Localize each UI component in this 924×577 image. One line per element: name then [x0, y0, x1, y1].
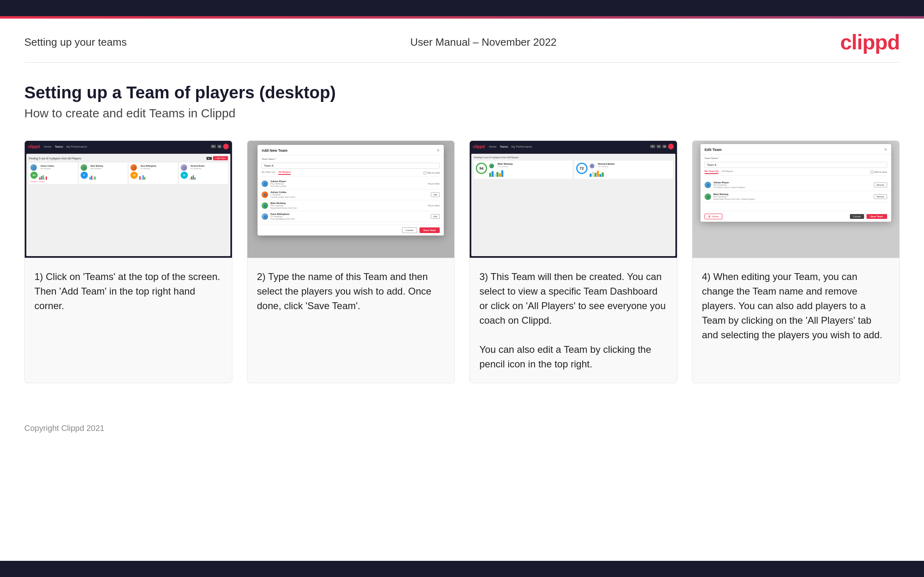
ss1-nav-teams: Teams: [55, 145, 63, 148]
edit-player-row-1: 👤 Adrian Player Plus Handicap The Shire …: [700, 179, 891, 191]
ss1-bar: [39, 177, 40, 180]
team-name-label: Team Name *: [262, 158, 440, 160]
modal-save-button[interactable]: Save Team: [419, 227, 440, 233]
header-center-text: User Manual – November 2022: [410, 36, 556, 49]
card-1-screenshot: clippd Home Teams My Performance 🔍 ⚙: [25, 141, 232, 258]
ss3-player-card-2: 72 👤 Richard Butler Plus Handicap: [574, 161, 673, 179]
page-subtitle: How to create and edit Teams in Clippd: [24, 106, 900, 120]
ss1-nav-performance: My Performance: [66, 145, 87, 148]
ss3-header: Finding 5 out of 4 players from All Play…: [474, 156, 673, 159]
ss1-header-row: Finding 5 out of 4 players from All Play…: [29, 156, 228, 160]
ss3-avatar-2: 👤: [590, 163, 594, 168]
modal-avatar-ap: 👤: [262, 180, 268, 187]
modal-add-player-2-btn[interactable]: Add: [431, 192, 440, 197]
tab-all-players[interactable]: All Players: [278, 171, 291, 175]
edit-modal-spacer: [700, 203, 891, 211]
modal-add-player-4-btn[interactable]: Add: [431, 214, 440, 219]
modal-player-4-detail2: The Dog Maging Golf Club: [270, 218, 430, 220]
ss1-player-4-info: Richard Butler Plus Handicap: [191, 165, 204, 171]
card-1-text: 1) Click on 'Teams' at the top of the sc…: [25, 258, 232, 383]
modal-player-1-info: Adrian Player Plus Handicap The Shire Lo…: [270, 180, 428, 187]
ss3-players-grid: 94 👤 Blair McHarg Plus Handicap: [474, 161, 673, 179]
ss1-player-card-3: DB Dave Billingham 5.5 Handicap 78: [129, 163, 178, 184]
ss1-bar: [41, 176, 42, 180]
bottom-bar: [0, 561, 924, 577]
ss1-avatar-1: AP: [30, 164, 37, 171]
ss3-avatar-1: 👤: [489, 163, 494, 168]
ss1-player-4-name: Richard Butler: [191, 165, 204, 167]
ss3-bar: [594, 173, 596, 177]
ss1-search: 🔍: [211, 145, 216, 148]
edit-player-row-2: 👤 Blair McHarg Plus Handicap Royal North…: [700, 191, 891, 203]
filter-label: Filter by name: [427, 172, 440, 174]
edit-cancel-button[interactable]: Cancel: [850, 214, 864, 219]
edit-modal-footer: 🗑 Delete Cancel Save Team: [700, 211, 891, 222]
edit-modal-tabs: My Team (2) All Players Filter by name: [705, 170, 887, 176]
edit-team-modal: Edit Team ✕ Team Name * My Team (2) All …: [700, 144, 891, 222]
ss1-score-4: 72: [181, 172, 188, 179]
ss3-chart-1: [489, 170, 571, 177]
ss3-bar: [494, 174, 496, 177]
ss1-nav-home: Home: [44, 145, 51, 148]
edit-filter-checkbox[interactable]: [871, 171, 873, 174]
edit-modal-title: Edit Team: [705, 148, 722, 152]
edit-tab-all-players[interactable]: All Players: [722, 170, 733, 174]
filter-checkbox[interactable]: [424, 172, 426, 174]
ss3-score-section-1: 94: [476, 163, 487, 174]
edit-tab-my-team[interactable]: My Team (2): [705, 170, 718, 174]
ss1-player-1-sub: Plus Handicap: [40, 168, 54, 170]
modal-avatar-ac: 👤: [262, 191, 268, 198]
edit-delete-button[interactable]: 🗑 Delete: [705, 214, 722, 219]
ss1-score-2: 0: [81, 172, 88, 179]
modal-body: Team Name * My Team (2) All Players Filt…: [258, 155, 444, 225]
ss1-bar: [191, 176, 192, 180]
edit-save-button[interactable]: Save Team: [867, 214, 887, 219]
ss1-player-3-sub: 5.5 Handicap: [141, 168, 156, 170]
ss3-edit-pencil[interactable]: ✏: [657, 145, 661, 148]
ss3-nav-items: Home Teams My Performance: [489, 145, 532, 148]
team-name-input[interactable]: [262, 163, 440, 169]
modal-cancel-button[interactable]: Cancel: [402, 227, 417, 233]
ss1-logo: clippd: [28, 144, 40, 149]
modal-player-list: 👤 Adrian Player Plus Handicap The Shire …: [262, 178, 440, 222]
edit-avatar-1: 👤: [705, 182, 711, 188]
ss1-score-3: 78: [130, 172, 138, 179]
ss3-player-1-names: Blair McHarg Plus Handicap: [498, 163, 513, 169]
header: Setting up your teams User Manual – Nove…: [0, 19, 924, 62]
card-4-screenshot: Edit Team ✕ Team Name * My Team (2) All …: [692, 141, 900, 258]
edit-remove-player-1-btn[interactable]: Remove: [874, 182, 887, 187]
edit-modal-body: Team Name * My Team (2) All Players Filt…: [700, 155, 891, 179]
edit-modal-close-icon[interactable]: ✕: [884, 147, 887, 152]
modal-tabs: My Team (2) All Players Filter by name: [262, 171, 440, 176]
ss1-player-4-sub: Plus Handicap: [191, 168, 204, 170]
modal-title: Add New Team: [262, 148, 287, 153]
tab-my-team[interactable]: My Team (2): [262, 171, 275, 175]
ss1-players-grid: AP Adrian Collins Plus Handicap 84: [29, 163, 228, 184]
ss1-bars-4: [189, 175, 196, 180]
ss3-player-2-info: 👤 Richard Butler Plus Handicap: [590, 163, 671, 177]
card-3-screenshot: clippd Home Teams My Performance 🔍 ✏ ⚙: [470, 141, 677, 258]
ss1-player-2-sub: Plus Handicap: [91, 168, 103, 170]
ss1-nav: clippd Home Teams My Performance 🔍 ⚙: [25, 141, 232, 152]
ss3-bar: [599, 174, 601, 177]
edit-filter-label: Filter by name: [874, 171, 887, 173]
ss1-settings: ⚙: [217, 145, 221, 148]
ss1-bars-2: [89, 175, 96, 180]
ss3-bar: [496, 172, 498, 177]
ss1-bar: [189, 178, 191, 180]
edit-avatar-2: 👤: [705, 193, 711, 200]
modal-footer: Cancel Save Team: [258, 225, 444, 235]
modal-player-2-detail2: Central London Golf Centre: [270, 196, 430, 198]
edit-remove-player-2-btn[interactable]: Remove: [874, 194, 887, 199]
ss1-player-1-name: Adrian Collins: [40, 165, 54, 167]
modal-player-3-detail2: Royal North Devon Golf Club: [270, 207, 428, 209]
card-3: clippd Home Teams My Performance 🔍 ✏ ⚙: [469, 140, 677, 383]
modal-close-icon[interactable]: ✕: [436, 148, 440, 153]
modal-player-3-info: Blair McHarg Plus Handicap Royal North D…: [270, 202, 428, 209]
ss1-bar: [144, 177, 145, 180]
edit-team-name-input[interactable]: [705, 162, 887, 168]
ss3-nav-teams: Teams: [500, 145, 508, 148]
ss1-add-team-btn[interactable]: + Add Team: [213, 156, 228, 160]
add-new-team-modal: Add New Team ✕ Team Name * My Team (2) A…: [258, 145, 444, 235]
ss1-view-toggle: ▦≡: [207, 157, 212, 160]
